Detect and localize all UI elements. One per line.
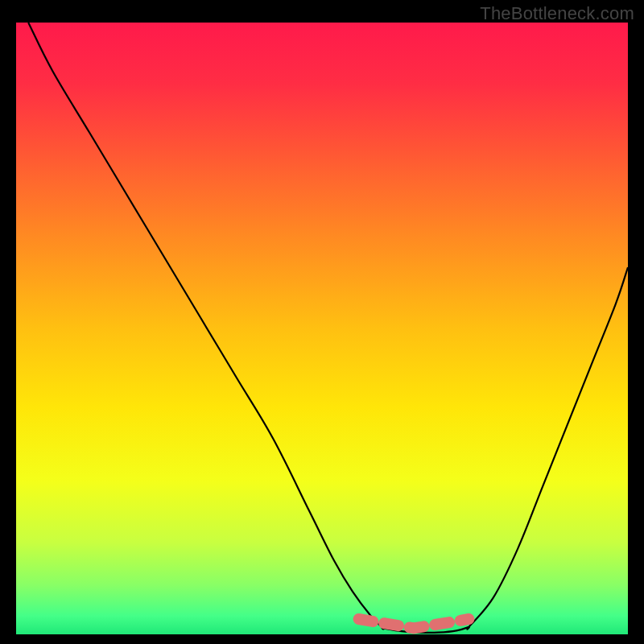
trough-highlight (359, 619, 469, 628)
plot-area (16, 23, 628, 634)
bottleneck-curve (28, 23, 628, 633)
watermark-text: TheBottleneck.com (480, 3, 634, 24)
curve-layer (16, 23, 628, 634)
chart-frame: TheBottleneck.com (0, 0, 644, 644)
